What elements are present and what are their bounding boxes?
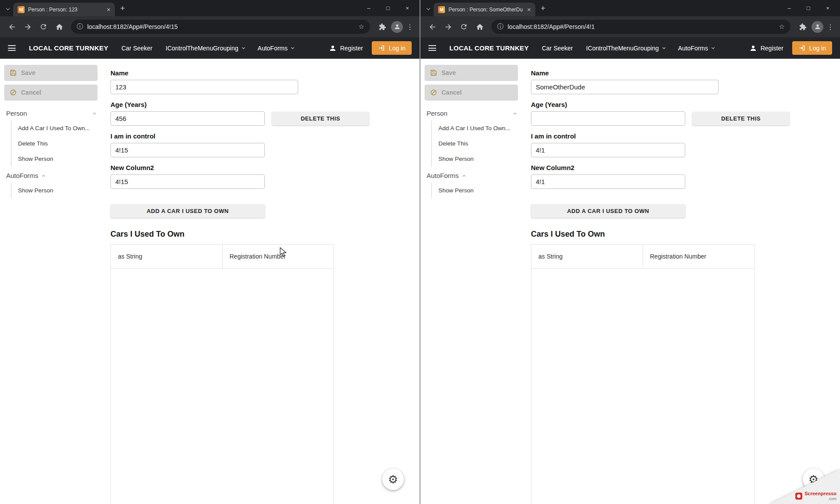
bookmark-star-icon[interactable]: ☆ xyxy=(359,23,364,31)
nav-link-autoforms[interactable]: AutoForms xyxy=(678,45,714,52)
home-button[interactable] xyxy=(53,20,66,33)
home-button[interactable] xyxy=(473,20,486,33)
window-maximize-button[interactable]: □ xyxy=(799,5,818,11)
sidebar-item-show-person[interactable]: Show Person xyxy=(432,151,522,167)
cancel-button[interactable]: Cancel xyxy=(425,85,518,100)
sidebar-autoforms-items: Show Person xyxy=(431,183,522,198)
register-link[interactable]: Register xyxy=(749,44,783,52)
sidebar-item-show-person-autoforms[interactable]: Show Person xyxy=(11,183,102,198)
site-info-icon[interactable]: ⓘ xyxy=(77,23,83,31)
section-label: AutoForms xyxy=(6,172,38,179)
add-car-button[interactable]: ADD A CAR I USED TO OWN xyxy=(531,204,685,218)
reload-button[interactable] xyxy=(37,20,50,33)
name-input[interactable] xyxy=(110,80,298,94)
new-tab-button[interactable]: + xyxy=(541,4,545,13)
col-header-registration-number: Registration Number xyxy=(643,245,755,268)
window-body: Save Cancel Person Add A Car I Used To O… xyxy=(420,59,840,504)
address-bar[interactable]: ⓘ localhost:8182/App#/Person/4!15 ☆ xyxy=(71,20,370,34)
sidebar: Save Cancel Person Add A Car I Used To O… xyxy=(0,59,102,504)
extensions-puzzle-icon[interactable] xyxy=(796,20,809,33)
forward-button[interactable] xyxy=(441,20,455,33)
login-label: Log in xyxy=(389,45,406,52)
login-button[interactable]: Log in xyxy=(372,41,412,55)
forward-button[interactable] xyxy=(21,20,34,33)
nav-link-autoforms[interactable]: AutoForms xyxy=(258,45,294,52)
window-close-button[interactable]: × xyxy=(398,5,417,11)
sidebar-item-show-person[interactable]: Show Person xyxy=(11,151,102,167)
tab-close-icon[interactable]: × xyxy=(106,6,111,13)
sidebar-item-add-car[interactable]: Add A Car I Used To Own... xyxy=(432,121,522,136)
login-label: Log in xyxy=(809,45,826,52)
sidebar-item-delete-this[interactable]: Delete This xyxy=(11,136,102,151)
address-bar[interactable]: ⓘ localhost:8182/App#/Person/4!1 ☆ xyxy=(491,20,790,34)
sidebar-item-add-car[interactable]: Add A Car I Used To Own... xyxy=(11,121,102,136)
save-label: Save xyxy=(441,69,456,76)
nav-link-menu-grouping[interactable]: IControlTheMenuGrouping xyxy=(166,45,245,52)
age-input[interactable] xyxy=(110,111,265,126)
section-label: AutoForms xyxy=(427,172,459,179)
cars-table-body xyxy=(111,269,334,504)
nav-link-car-seeker[interactable]: Car Seeker xyxy=(121,45,153,52)
brand-link[interactable]: LOCAL CORE TURNKEY xyxy=(449,44,529,52)
site-info-icon[interactable]: ⓘ xyxy=(497,23,503,31)
menu-kebab-icon[interactable]: ⋮ xyxy=(826,20,835,33)
browser-toolbar: ⓘ localhost:8182/App#/Person/4!15 ☆ ⋮ xyxy=(0,16,420,37)
age-input[interactable] xyxy=(531,111,685,126)
collapse-chevron-icon xyxy=(93,113,96,116)
tab-strip: M Person : Person: 123 × + – □ × xyxy=(0,0,420,16)
age-label: Age (Years) xyxy=(531,101,840,108)
collapse-chevron-icon xyxy=(513,113,516,116)
browser-tab[interactable]: M Person : Person: 123 × xyxy=(13,3,115,16)
brand-link[interactable]: LOCAL CORE TURNKEY xyxy=(29,44,108,52)
window-close-button[interactable]: × xyxy=(818,5,837,11)
new-column2-input[interactable] xyxy=(110,174,265,189)
profile-avatar[interactable] xyxy=(391,21,403,33)
cars-table-body xyxy=(531,269,754,504)
back-button[interactable] xyxy=(426,20,439,33)
browser-tab[interactable]: M Person : Person: SomeOtherDu... × xyxy=(434,3,535,16)
sidebar-section-autoforms[interactable]: AutoForms xyxy=(0,167,102,183)
new-tab-button[interactable]: + xyxy=(120,4,125,13)
tab-search-chevron-icon[interactable] xyxy=(427,4,430,12)
sidebar-section-autoforms[interactable]: AutoForms xyxy=(420,167,522,183)
cancel-button[interactable]: Cancel xyxy=(4,85,97,100)
back-button[interactable] xyxy=(5,20,18,33)
add-car-button[interactable]: ADD A CAR I USED TO OWN xyxy=(110,204,265,218)
settings-fab[interactable]: ⚙ xyxy=(382,469,404,490)
sidebar-item-delete-this[interactable]: Delete This xyxy=(432,136,522,151)
window-minimize-button[interactable]: – xyxy=(779,5,799,11)
profile-avatar[interactable] xyxy=(812,21,823,33)
reload-button[interactable] xyxy=(457,20,470,33)
sidebar-person-items: Add A Car I Used To Own... Delete This S… xyxy=(431,121,522,167)
sidebar-section-person[interactable]: Person xyxy=(0,104,102,121)
sidebar-item-show-person-autoforms[interactable]: Show Person xyxy=(432,183,522,198)
register-link[interactable]: Register xyxy=(329,44,363,52)
bookmark-star-icon[interactable]: ☆ xyxy=(779,23,785,31)
i-am-in-control-input[interactable] xyxy=(531,143,685,157)
nav-link-car-seeker[interactable]: Car Seeker xyxy=(542,45,573,52)
window-body: Save Cancel Person Add A Car I Used To O… xyxy=(0,59,420,504)
tab-close-icon[interactable]: × xyxy=(526,6,532,13)
hamburger-menu-icon[interactable] xyxy=(428,44,436,53)
collapse-chevron-icon xyxy=(42,175,45,178)
i-am-in-control-label: I am in control xyxy=(531,132,840,140)
delete-this-button[interactable]: DELETE THIS xyxy=(692,112,790,125)
tab-title: Person : Person: 123 xyxy=(28,7,102,13)
save-button[interactable]: Save xyxy=(4,65,97,80)
menu-kebab-icon[interactable]: ⋮ xyxy=(406,20,414,33)
extensions-puzzle-icon[interactable] xyxy=(375,20,388,33)
new-column2-input[interactable] xyxy=(531,174,685,189)
tab-search-chevron-icon[interactable] xyxy=(7,4,9,12)
nav-link-menu-grouping[interactable]: IControlTheMenuGrouping xyxy=(586,45,665,52)
save-icon xyxy=(430,69,437,76)
i-am-in-control-input[interactable] xyxy=(110,143,265,157)
delete-this-button[interactable]: DELETE THIS xyxy=(272,112,369,125)
cancel-icon xyxy=(430,89,437,96)
window-maximize-button[interactable]: □ xyxy=(378,5,398,11)
name-input[interactable] xyxy=(531,80,719,94)
sidebar-section-person[interactable]: Person xyxy=(420,104,522,121)
window-minimize-button[interactable]: – xyxy=(359,5,378,11)
login-button[interactable]: Log in xyxy=(792,41,832,55)
save-button[interactable]: Save xyxy=(425,65,518,80)
hamburger-menu-icon[interactable] xyxy=(8,44,16,53)
